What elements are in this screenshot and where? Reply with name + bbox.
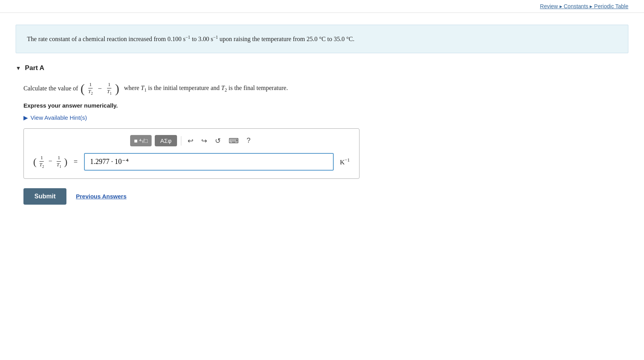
redo-icon: ↪ [201, 137, 207, 145]
collapse-icon: ▼ [16, 65, 21, 71]
bottom-row: Submit Previous Answers [23, 188, 628, 205]
math-toolbar: ■ ⁴√□ ΑΣφ ↩ ↪ ↺ ⌨ [33, 135, 350, 147]
reset-icon: ↺ [215, 137, 221, 145]
undo-button[interactable]: ↩ [185, 135, 196, 147]
previous-answers-label: Previous Answers [76, 193, 127, 200]
minus-sign: − [98, 82, 102, 95]
answer-box: ■ ⁴√□ ΑΣφ ↩ ↪ ↺ ⌨ [23, 128, 360, 179]
input-row: ( 1 T2 − 1 T1 ) = K−1 [33, 153, 350, 171]
express-answer-label: Express your answer numerically. [23, 102, 628, 109]
reset-button[interactable]: ↺ [213, 135, 223, 147]
nav-constants[interactable]: Constants [564, 3, 588, 9]
lhs-minus: − [48, 157, 52, 165]
nav-periodic-table[interactable]: Periodic Table [594, 3, 628, 9]
submit-label: Submit [34, 193, 55, 200]
problem-statement: The rate constant of a chemical reaction… [16, 25, 628, 53]
view-hints-label: View Available Hint(s) [30, 114, 87, 121]
keyboard-icon: ⌨ [229, 137, 239, 145]
right-paren: ) [115, 82, 120, 95]
greek-label: ΑΣφ [160, 137, 172, 144]
lhs-frac-1-T1: 1 T1 [56, 155, 62, 169]
help-icon: ? [247, 137, 250, 144]
part-a-label: Part A [25, 64, 44, 72]
help-button[interactable]: ? [244, 135, 253, 146]
lhs-left-paren: ( [33, 156, 37, 167]
fraction-1-T1: 1 T1 [106, 81, 113, 96]
equation-lhs: ( 1 T2 − 1 T1 ) [33, 155, 67, 169]
answer-input[interactable] [84, 153, 334, 171]
left-paren: ( [80, 82, 85, 95]
question-prefix: Calculate the value of [23, 83, 78, 94]
square-icon: ■ [134, 137, 138, 144]
top-navigation: Review ▸ Constants ▸ Periodic Table [0, 0, 644, 13]
hint-arrow-icon: ▶ [23, 114, 28, 121]
redo-button[interactable]: ↪ [199, 135, 209, 147]
greek-button[interactable]: ΑΣφ [155, 135, 177, 146]
radical-icon: ⁴√□ [139, 138, 148, 144]
lhs-frac-1-T2: 1 T2 [39, 155, 45, 169]
keyboard-button[interactable]: ⌨ [226, 135, 241, 147]
where-text: where T1 is the initial temperature and … [124, 83, 288, 94]
fraction-1-T2: 1 T2 [88, 81, 94, 96]
part-a-header[interactable]: ▼ Part A [16, 64, 628, 72]
question-body: Calculate the value of ( 1 T2 − 1 T1 ) w… [23, 81, 628, 205]
undo-icon: ↩ [188, 137, 193, 145]
equals-sign: = [73, 158, 77, 166]
part-a-section: ▼ Part A Calculate the value of ( 1 T2 −… [16, 64, 628, 205]
submit-button[interactable]: Submit [23, 188, 66, 205]
previous-answers-link[interactable]: Previous Answers [76, 193, 127, 200]
view-hints-link[interactable]: ▶ View Available Hint(s) [23, 114, 628, 121]
question-text: Calculate the value of ( 1 T2 − 1 T1 ) w… [23, 81, 628, 96]
lhs-right-paren: ) [64, 156, 68, 167]
unit-label: K−1 [340, 157, 350, 166]
template-button[interactable]: ■ ⁴√□ [130, 135, 152, 146]
nav-review[interactable]: Review [540, 3, 558, 9]
toolbar-separator-1 [181, 136, 181, 146]
